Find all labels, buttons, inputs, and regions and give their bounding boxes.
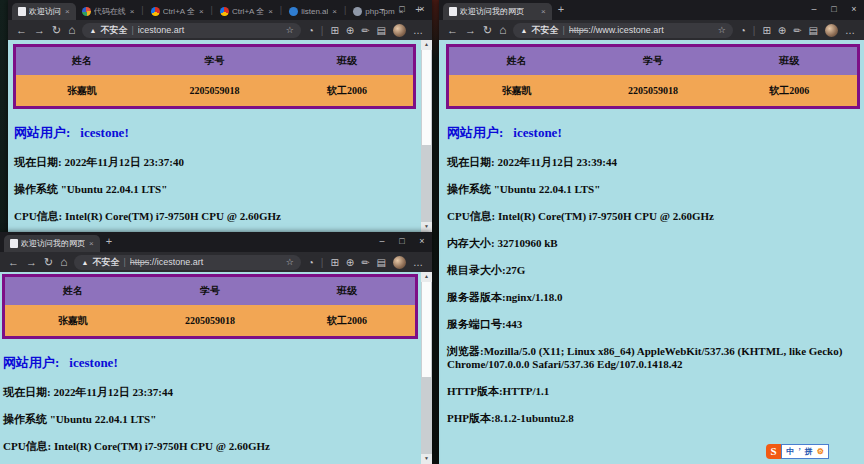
tab-welcome[interactable]: 欢迎访问我的网页 × — [443, 3, 552, 20]
php-favicon — [353, 7, 362, 16]
favorites-icon[interactable]: ☆ — [718, 25, 726, 35]
url-scheme: https — [130, 257, 150, 267]
address-bar[interactable]: ▲ 不安全 | https://icestone.art ☆ — [74, 255, 300, 270]
minimize-button[interactable]: – — [804, 0, 824, 18]
tab-bar: 欢迎访问我的网页 × + – □ × — [439, 0, 864, 20]
scroll-down-icon[interactable]: ▼ — [421, 454, 432, 464]
col-class: 班级 — [722, 46, 859, 76]
webpage: 姓名 学号 班级 张嘉凯 2205059018 软工2006 网站用户:ices… — [8, 40, 432, 232]
search-site-favicon — [220, 7, 229, 16]
scroll-down-icon[interactable]: ▼ — [421, 222, 432, 232]
cell-name: 张嘉凯 — [15, 75, 148, 108]
close-button[interactable]: × — [412, 232, 432, 250]
refresh-icon[interactable]: ↻ — [44, 257, 53, 268]
copilot-icon[interactable]: ◔ — [740, 25, 746, 36]
scrollbar[interactable]: ▲ ▼ — [421, 40, 432, 232]
tab-listen[interactable]: listen.al × — [283, 3, 343, 20]
home-icon[interactable]: ⌂ — [68, 24, 75, 36]
forward-icon[interactable]: → — [26, 257, 37, 268]
tab-code-online[interactable]: 代码在线 × — [76, 3, 141, 20]
tab-ctrl-a-2[interactable]: Ctrl+A 全 × — [214, 3, 279, 20]
site-user-heading: 网站用户:icestone! — [3, 354, 418, 372]
share-icon[interactable]: ▤ — [809, 25, 818, 36]
sogou-logo-icon[interactable]: S — [766, 444, 781, 459]
scroll-up-icon[interactable]: ▲ — [421, 40, 432, 50]
back-icon[interactable]: ← — [447, 25, 458, 36]
scroll-up-icon[interactable]: ▲ — [421, 272, 432, 282]
collections-icon[interactable]: ⊞ — [330, 25, 338, 36]
forward-icon[interactable]: → — [465, 25, 476, 36]
ime-punct-indicator[interactable]: ’ — [798, 447, 801, 456]
copilot-icon[interactable]: ◔ — [308, 25, 314, 36]
scrollbar-thumb[interactable] — [422, 282, 431, 377]
server-version-line: 服务器版本:nginx/1.18.0 — [447, 291, 860, 304]
collections-icon[interactable]: ⊞ — [330, 257, 338, 268]
new-tab-button[interactable]: + — [558, 3, 564, 15]
more-menu-icon[interactable]: … — [413, 25, 424, 36]
edit-icon[interactable]: ✏ — [361, 257, 369, 268]
edit-icon[interactable]: ✏ — [361, 25, 369, 36]
copilot-icon[interactable]: ◔ — [308, 257, 314, 268]
ime-lang-indicator[interactable]: 中 — [786, 446, 794, 457]
more-menu-icon[interactable]: … — [413, 257, 424, 268]
tab-close-icon[interactable]: × — [541, 7, 546, 16]
favorites-icon[interactable]: ☆ — [286, 257, 294, 267]
os-line: 操作系统 "Ubuntu 22.04.1 LTS" — [14, 183, 416, 196]
tab-ctrl-a-1[interactable]: Ctrl+A 全 × — [145, 3, 210, 20]
maximize-button[interactable]: □ — [824, 0, 844, 18]
share-icon[interactable]: ▤ — [377, 257, 386, 268]
minimize-button[interactable]: – — [372, 0, 392, 18]
home-icon[interactable]: ⌂ — [60, 256, 67, 268]
tab-welcome[interactable]: 欢迎访问 × — [12, 3, 76, 20]
collections-icon[interactable]: ⊞ — [762, 25, 770, 36]
site-user-value: icestone! — [69, 355, 117, 370]
tab-close-icon[interactable]: × — [89, 239, 94, 248]
cell-class: 软工2006 — [281, 75, 414, 108]
profile-avatar[interactable] — [393, 24, 406, 37]
scrollbar-thumb[interactable] — [422, 50, 431, 145]
back-icon[interactable]: ← — [16, 25, 27, 36]
table-row: 张嘉凯 2205059018 软工2006 — [4, 305, 417, 338]
tab-close-icon[interactable]: × — [268, 7, 273, 16]
share-icon[interactable]: ▤ — [377, 25, 386, 36]
close-button[interactable]: × — [412, 0, 432, 18]
site-user-heading: 网站用户:icestone! — [14, 124, 416, 142]
new-tab-button[interactable]: + — [106, 235, 112, 247]
sogou-ime-bar[interactable]: S 中 ’ 拼 ⚙ — [766, 444, 829, 459]
home-icon[interactable]: ⌂ — [499, 24, 506, 36]
tab-separator: | — [141, 5, 143, 15]
favorites-icon[interactable]: ☆ — [286, 25, 294, 35]
address-bar[interactable]: ▲ 不安全 | https://www.icestone.art ☆ — [513, 23, 732, 38]
site-user-label: 网站用户: — [447, 125, 503, 140]
web-capture-icon[interactable]: ⊕ — [346, 25, 354, 36]
tab-separator: | — [344, 5, 346, 15]
forward-icon[interactable]: → — [34, 25, 45, 36]
refresh-icon[interactable]: ↻ — [52, 25, 61, 36]
url-text: https://www.icestone.art — [569, 25, 714, 35]
ime-pinyin-indicator[interactable]: 拼 — [805, 446, 813, 457]
ime-settings-gear-icon[interactable]: ⚙ — [817, 447, 824, 456]
scrollbar[interactable]: ▲ ▼ — [421, 272, 432, 464]
tab-close-icon[interactable]: × — [130, 7, 135, 16]
refresh-icon[interactable]: ↻ — [483, 25, 492, 36]
more-menu-icon[interactable]: … — [845, 25, 856, 36]
web-capture-icon[interactable]: ⊕ — [778, 25, 786, 36]
tab-close-icon[interactable]: × — [199, 7, 204, 16]
back-icon[interactable]: ← — [8, 257, 19, 268]
tab-close-icon[interactable]: × — [65, 7, 70, 16]
maximize-button[interactable]: □ — [392, 232, 412, 250]
edit-icon[interactable]: ✏ — [793, 25, 801, 36]
url-text: icestone.art — [138, 25, 282, 35]
maximize-button[interactable]: □ — [392, 0, 412, 18]
minimize-button[interactable]: – — [372, 232, 392, 250]
warning-icon: ▲ — [520, 27, 527, 34]
tab-close-icon[interactable]: × — [332, 7, 337, 16]
profile-avatar[interactable] — [825, 24, 838, 37]
address-bar[interactable]: ▲ 不安全 | icestone.art ☆ — [82, 23, 300, 38]
web-capture-icon[interactable]: ⊕ — [346, 257, 354, 268]
profile-avatar[interactable] — [393, 256, 406, 269]
server-port-line: 服务端口号:443 — [447, 318, 860, 331]
tab-welcome[interactable]: 欢迎访问我的网页 × — [4, 235, 100, 252]
close-button[interactable]: × — [844, 0, 864, 18]
tab-label: Ctrl+A 全 — [232, 6, 264, 17]
